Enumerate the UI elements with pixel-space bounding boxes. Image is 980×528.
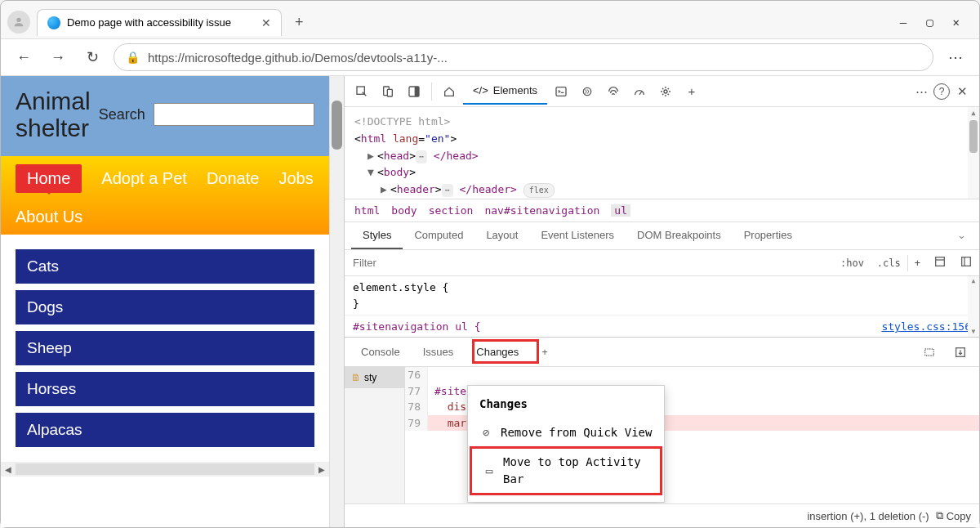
console-tab-icon[interactable] <box>549 79 573 104</box>
crumb-selected[interactable]: ul <box>611 204 630 217</box>
tab-strip: Demo page with accessibility issue ✕ + —… <box>1 1 979 38</box>
inspect-icon[interactable] <box>350 79 374 104</box>
source-link[interactable]: styles.css:156 <box>881 319 971 335</box>
computed-toggle-icon[interactable] <box>953 250 979 275</box>
code-icon: </> <box>473 84 488 96</box>
window-close-button[interactable]: ✕ <box>953 16 960 29</box>
dom-scrollbar[interactable]: ▲ <box>968 107 979 199</box>
styles-tab[interactable]: Styles <box>351 222 403 249</box>
devtools-close-icon[interactable]: ✕ <box>950 79 974 104</box>
drawer-console-tab[interactable]: Console <box>351 341 410 363</box>
help-icon[interactable]: ? <box>933 83 950 100</box>
copy-button[interactable]: ⧉ Copy <box>936 509 971 522</box>
styles-tabbar: Styles Computed Layout Event Listeners D… <box>345 222 979 250</box>
crumb[interactable]: section <box>429 204 474 217</box>
styles-scrollbar[interactable] <box>968 276 979 337</box>
nav-adopt[interactable]: Adopt a Pet <box>101 169 187 188</box>
svg-rect-3 <box>387 89 392 96</box>
svg-point-7 <box>583 87 590 95</box>
search-label: Search <box>99 106 145 123</box>
maximize-button[interactable]: ▢ <box>926 16 933 29</box>
search-input[interactable] <box>154 103 314 126</box>
nav-about[interactable]: About Us <box>16 208 82 226</box>
tab-close-icon[interactable]: ✕ <box>261 16 271 29</box>
crumb[interactable]: html <box>354 204 380 217</box>
crumb[interactable]: body <box>391 204 416 217</box>
crumb[interactable]: nav#sitenavigation <box>484 204 599 217</box>
person-icon <box>12 16 25 29</box>
drawer-tabbar: Console Issues Changes + <box>345 338 979 367</box>
styles-filter-input[interactable] <box>345 250 834 275</box>
copy-icon: ⧉ <box>936 509 943 522</box>
list-item[interactable]: Sheep <box>16 331 314 365</box>
welcome-tab-icon[interactable] <box>437 79 461 104</box>
browser-toolbar: ← → ↻ 🔒 https://microsoftedge.github.io/… <box>1 38 979 76</box>
list-item[interactable]: Cats <box>16 249 314 284</box>
file-icon: 🗎 <box>351 372 361 383</box>
drawer-issues-tab[interactable]: Issues <box>413 341 464 363</box>
properties-tab[interactable]: Properties <box>733 222 804 249</box>
browser-menu-button[interactable]: ⋯ <box>942 48 969 66</box>
elements-tab[interactable]: </> Elements <box>463 78 547 105</box>
page-nav: Home Adopt a Pet Donate Jobs About Us <box>1 156 329 235</box>
drawer-dock-icon[interactable] <box>948 340 973 365</box>
page-title-line1: Animal <box>16 87 91 114</box>
lock-icon: 🔒 <box>126 51 140 64</box>
add-tab-icon[interactable]: + <box>679 79 704 104</box>
cls-toggle[interactable]: .cls <box>871 253 907 274</box>
unpin-icon: ⊘ <box>479 424 492 441</box>
hov-toggle[interactable]: :hov <box>834 253 871 274</box>
svg-rect-11 <box>925 349 934 356</box>
styles-rules[interactable]: element.style { } styles.css:156 #sitena… <box>345 276 979 337</box>
new-rule-button[interactable]: + <box>908 253 927 274</box>
svg-rect-9 <box>936 257 945 266</box>
nav-donate[interactable]: Donate <box>207 169 260 188</box>
file-item[interactable]: 🗎 sty <box>345 367 404 388</box>
chevron-down-icon[interactable]: ⌄ <box>951 222 973 249</box>
svg-rect-10 <box>962 257 971 266</box>
dock-icon[interactable] <box>402 79 426 104</box>
changes-file-list: 🗎 sty <box>345 367 405 503</box>
device-toggle-icon[interactable] <box>376 79 400 104</box>
drawer-panel: Console Issues Changes + 🗎 sty <box>345 337 979 527</box>
minimize-button[interactable]: — <box>900 16 906 29</box>
list-item[interactable]: Horses <box>16 372 314 406</box>
devtools-panel: </> Elements + ⋯ ? ✕ <!DOCTYPE html> <ht… <box>344 76 979 527</box>
svg-rect-5 <box>415 87 419 96</box>
window-icon: ▭ <box>483 463 495 480</box>
diff-view[interactable]: 76 77#sitenavigation ul { 78 display: fl… <box>405 367 979 503</box>
drawer-expand-icon[interactable] <box>917 340 942 365</box>
computed-tab[interactable]: Computed <box>403 222 474 249</box>
page-horizontal-scrollbar[interactable]: ◀▶ <box>1 462 329 477</box>
svg-point-0 <box>16 18 20 22</box>
url-text: https://microsoftedge.github.io/Demos/de… <box>148 51 448 65</box>
dom-breakpoints-tab[interactable]: DOM Breakpoints <box>626 222 733 249</box>
network-tab-icon[interactable] <box>601 79 626 104</box>
forward-button[interactable]: → <box>45 44 71 70</box>
back-button[interactable]: ← <box>11 44 37 70</box>
dom-tree[interactable]: <!DOCTYPE html> <html lang="en"> ▶<head>… <box>345 107 979 199</box>
sources-tab-icon[interactable] <box>575 79 599 104</box>
new-tab-button[interactable]: + <box>288 11 310 34</box>
reload-button[interactable]: ↻ <box>79 44 105 70</box>
settings-icon[interactable] <box>653 79 678 104</box>
devtools-tabbar: </> Elements + ⋯ ? ✕ <box>345 76 979 107</box>
list-item[interactable]: Dogs <box>16 290 314 324</box>
nav-jobs[interactable]: Jobs <box>278 169 313 188</box>
address-bar[interactable]: 🔒 https://microsoftedge.github.io/Demos/… <box>114 43 933 71</box>
nav-home[interactable]: Home <box>16 164 82 193</box>
listeners-tab[interactable]: Event Listeners <box>529 222 626 249</box>
animal-list: Cats Dogs Sheep Horses Alpacas <box>1 235 329 462</box>
browser-tab[interactable]: Demo page with accessibility issue ✕ <box>37 9 282 36</box>
style-icon[interactable] <box>927 250 953 275</box>
page-vertical-scrollbar[interactable] <box>329 76 344 527</box>
layout-tab[interactable]: Layout <box>474 222 529 249</box>
page-title-line2: shelter <box>16 114 91 141</box>
list-item[interactable]: Alpacas <box>16 413 314 447</box>
profile-icon[interactable] <box>7 11 30 34</box>
menu-move-top-activitybar[interactable]: ▭ Move to top Activity Bar <box>472 449 660 493</box>
menu-remove-quickview[interactable]: ⊘ Remove from Quick View <box>468 419 664 446</box>
devtools-more-icon[interactable]: ⋯ <box>909 79 933 104</box>
performance-tab-icon[interactable] <box>627 79 652 104</box>
dom-breadcrumb: html body section nav#sitenavigation ul <box>345 199 979 222</box>
